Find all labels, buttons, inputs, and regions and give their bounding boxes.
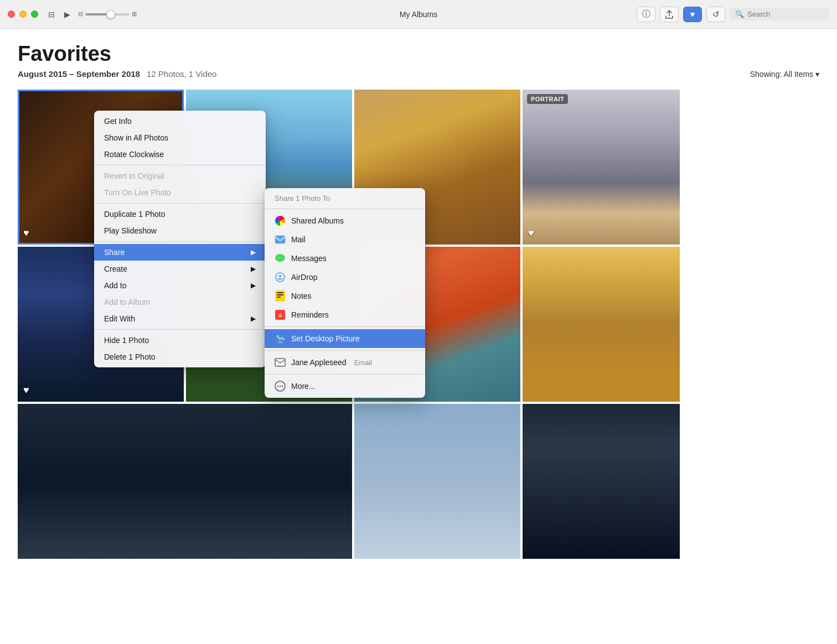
window-title: My Albums: [400, 10, 437, 19]
submenu-item-messages[interactable]: Messages: [265, 249, 425, 268]
menu-separator: [94, 241, 266, 242]
submenu-separator: [265, 374, 425, 375]
menu-item-show-all-photos[interactable]: Show in All Photos: [94, 129, 266, 146]
menu-item-rotate-clockwise[interactable]: Rotate Clockwise: [94, 146, 266, 163]
photo-cell[interactable]: PORTRAIT ♥: [523, 90, 680, 245]
search-icon: 🔍: [735, 10, 744, 18]
reminders-icon: ≡: [275, 309, 286, 320]
close-button[interactable]: [8, 11, 15, 18]
submenu-arrow-icon: ▶: [251, 265, 256, 273]
submenu-item-shared-albums[interactable]: Shared Albums: [265, 211, 425, 230]
airdrop-icon: [275, 272, 286, 283]
titlebar-icons: ⊟ ▶: [45, 9, 74, 20]
date-range: August 2015 – September 2018: [18, 69, 140, 79]
heart-icon: ♥: [23, 227, 29, 239]
menu-item-duplicate[interactable]: Duplicate 1 Photo: [94, 206, 266, 222]
submenu-item-jane-appleseed[interactable]: Jane Appleseed Email: [265, 353, 425, 372]
menu-item-add-to[interactable]: Add to ▶: [94, 277, 266, 294]
svg-rect-7: [275, 335, 285, 342]
svg-point-14: [280, 386, 281, 387]
traffic-lights: [8, 11, 38, 18]
mail-icon: [275, 234, 286, 245]
submenu-header: Share 1 Photo To: [265, 190, 425, 206]
context-menu: Get Info Show in All Photos Rotate Clock…: [94, 111, 266, 367]
search-input[interactable]: [747, 10, 819, 18]
titlebar: ⊟ ▶ ⊟ ⊞ My Albums ⓘ ♥ ↺ 🔍: [0, 0, 837, 29]
sidebar-toggle-button[interactable]: ⊟: [45, 9, 58, 20]
search-bar[interactable]: 🔍: [730, 8, 829, 20]
messages-icon: [275, 253, 286, 264]
heart-icon: ♥: [528, 227, 534, 239]
svg-rect-8: [278, 341, 282, 342]
menu-separator: [94, 165, 266, 165]
menu-item-turn-on-live-photo: Turn On Live Photo: [94, 184, 266, 201]
zoom-slider[interactable]: [85, 13, 130, 15]
svg-rect-9: [277, 342, 283, 343]
submenu-item-reminders[interactable]: ≡ Reminders: [265, 305, 425, 324]
menu-item-delete-photo[interactable]: Delete 1 Photo: [94, 349, 266, 365]
zoom-out-icon: ⊟: [78, 11, 83, 18]
submenu-separator: [265, 326, 425, 327]
menu-item-play-slideshow[interactable]: Play Slideshow: [94, 222, 266, 239]
menu-item-share[interactable]: Share ▶: [94, 244, 266, 261]
share-button[interactable]: [660, 7, 679, 22]
menu-item-edit-with[interactable]: Edit With ▶: [94, 310, 266, 327]
svg-point-10: [277, 335, 278, 337]
photo-cell[interactable]: [523, 404, 680, 559]
page-title: Favorites: [18, 42, 819, 66]
envelope-icon: [275, 357, 286, 368]
favorite-button[interactable]: ♥: [683, 7, 702, 22]
submenu-arrow-icon: ▶: [251, 315, 256, 323]
share-submenu: Share 1 Photo To Shared Albums Mail Mess…: [265, 188, 425, 398]
menu-item-get-info[interactable]: Get Info: [94, 113, 266, 129]
svg-point-15: [282, 386, 283, 387]
menu-item-revert-original: Revert to Original: [94, 168, 266, 184]
photo-cell[interactable]: [354, 404, 520, 559]
svg-rect-0: [275, 236, 285, 243]
date-info-bar: August 2015 – September 2018 12 Photos, …: [18, 69, 819, 79]
submenu-item-more[interactable]: More...: [265, 377, 425, 396]
submenu-separator: [265, 350, 425, 351]
menu-separator: [94, 329, 266, 330]
svg-text:≡: ≡: [278, 311, 282, 319]
set-desktop-icon: [275, 333, 286, 344]
menu-separator: [94, 203, 266, 204]
svg-rect-11: [275, 359, 285, 366]
submenu-separator: [265, 209, 425, 209]
maximize-button[interactable]: [31, 11, 38, 18]
titlebar-right-buttons: ⓘ ♥ ↺ 🔍: [637, 7, 829, 22]
notes-icon: [275, 290, 286, 302]
showing-filter-dropdown[interactable]: Showing: All Items ▾: [750, 70, 819, 79]
submenu-item-mail[interactable]: Mail: [265, 230, 425, 249]
submenu-item-set-desktop[interactable]: Set Desktop Picture: [265, 329, 425, 348]
submenu-arrow-icon: ▶: [251, 282, 256, 289]
photo-cell[interactable]: [18, 404, 352, 559]
zoom-in-icon: ⊞: [132, 11, 137, 18]
menu-item-create[interactable]: Create ▶: [94, 261, 266, 277]
photo-count: 12 Photos, 1 Video: [147, 69, 217, 79]
portrait-badge: PORTRAIT: [527, 94, 568, 104]
shared-albums-icon: [275, 215, 286, 226]
zoom-slider-container: ⊟ ⊞: [78, 11, 137, 18]
slideshow-toggle-button[interactable]: ▶: [60, 9, 74, 20]
menu-item-add-to-album: Add to Album: [94, 294, 266, 310]
rotate-button[interactable]: ↺: [706, 7, 725, 22]
heart-icon: ♥: [23, 385, 29, 396]
submenu-item-airdrop[interactable]: AirDrop: [265, 268, 425, 287]
submenu-item-notes[interactable]: Notes: [265, 287, 425, 305]
svg-point-13: [277, 386, 278, 387]
submenu-arrow-icon: ▶: [251, 248, 256, 256]
info-button[interactable]: ⓘ: [637, 7, 655, 22]
photo-cell[interactable]: [523, 247, 680, 402]
more-icon: [275, 381, 286, 392]
minimize-button[interactable]: [19, 11, 27, 18]
svg-point-4: [279, 275, 281, 277]
menu-item-hide-photo[interactable]: Hide 1 Photo: [94, 332, 266, 349]
